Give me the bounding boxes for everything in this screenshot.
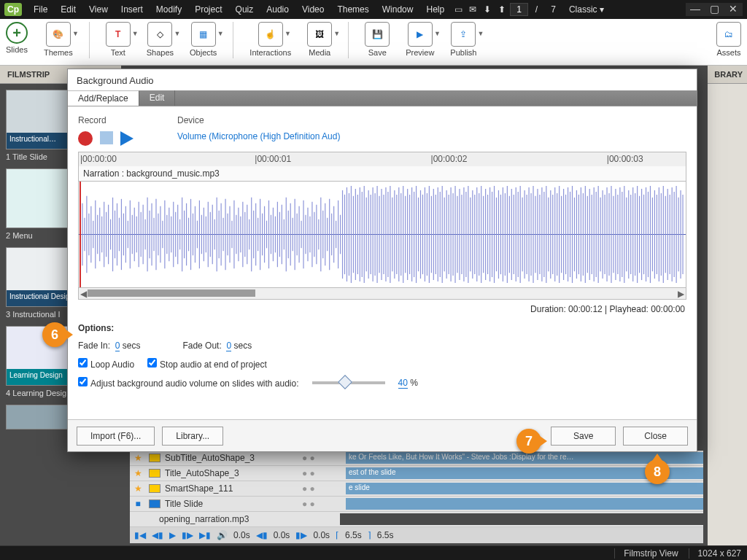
ribbon-save[interactable]: 💾Save	[365, 22, 390, 57]
objects-icon: ▦▼	[191, 22, 216, 47]
waveform-scrollbar[interactable]: ◀ ▶	[78, 288, 686, 300]
screen-icon[interactable]: ▭	[452, 4, 465, 15]
palette-icon: 🎨▼	[46, 22, 71, 47]
save-button[interactable]: Save	[551, 427, 616, 446]
scroll-right-icon[interactable]: ▶	[678, 289, 684, 299]
tl-speaker-icon[interactable]: 🔊	[217, 530, 228, 540]
timeline-row-audio[interactable]: opening_narration.mp3	[130, 512, 703, 527]
window-maximize[interactable]: ▢	[705, 3, 724, 16]
scroll-left-icon[interactable]: ◀	[80, 289, 87, 299]
mail-icon[interactable]: ✉	[466, 4, 479, 15]
stop-button[interactable]	[100, 131, 113, 144]
slider-knob[interactable]	[338, 375, 352, 389]
playhead-cursor[interactable]	[80, 182, 81, 287]
menu-themes[interactable]: Themes	[331, 2, 374, 17]
ribbon-slides[interactable]: +Slides	[6, 22, 28, 54]
ribbon-text[interactable]: T▼Text	[106, 22, 131, 57]
star-icon: ★	[130, 453, 146, 463]
waveform-display[interactable]	[78, 182, 686, 288]
timeline-row[interactable]: ★Title_AutoShape_3● ●est of the slide	[130, 466, 703, 481]
duration-readout: Duration: 00:00:12 | Playhead: 00:00:00	[78, 300, 686, 319]
menu-project[interactable]: Project	[189, 2, 228, 17]
tl-play-icon[interactable]: ▶	[169, 530, 176, 540]
import-button[interactable]: Import (F6)...	[77, 427, 155, 446]
loop-audio-checkbox[interactable]: Loop Audio	[78, 358, 134, 370]
tab-add-replace[interactable]: Add/Replace	[68, 90, 139, 106]
ribbon-assets[interactable]: 🗂Assets	[716, 22, 741, 57]
ribbon-themes[interactable]: 🎨▼Themes	[44, 22, 73, 57]
menu-help[interactable]: Help	[420, 2, 450, 17]
record-button[interactable]	[78, 131, 93, 146]
dialog-tabs: Add/Replace Edit	[68, 90, 697, 106]
tl-stepback-icon[interactable]: ◀▮	[152, 530, 163, 540]
upload-icon[interactable]: ⬆	[495, 4, 508, 15]
star-icon: ★	[130, 483, 146, 494]
tl-bracket-l-icon[interactable]: ⌈	[336, 530, 339, 540]
page-current[interactable]: 1	[510, 3, 528, 16]
waveform-ruler: |00:00:00 |00:00:01 |00:00:02 |00:00:03	[78, 152, 686, 166]
timeline-row[interactable]: ★SubTitle_AutoShape_3● ●ke Or Feels Like…	[130, 451, 703, 466]
record-heading: Record	[78, 115, 133, 125]
timeline-panel: ★SubTitle_AutoShape_3● ●ke Or Feels Like…	[130, 451, 703, 538]
annotation-7: 7	[516, 429, 541, 454]
tl-marker-a-icon[interactable]: ◀▮	[256, 530, 268, 540]
library-panel: BRARY	[708, 66, 747, 545]
star-icon: ★	[130, 468, 146, 478]
image-icon: 🖼▼	[307, 22, 332, 47]
page-sep: /	[530, 2, 543, 17]
download-icon[interactable]: ⬇	[481, 4, 494, 15]
options-section: Options: Fade In: 0 secs Fade Out: 0 sec…	[78, 323, 686, 389]
tl-marker-b-icon[interactable]: ▮▶	[295, 530, 307, 540]
shapes-icon: ◇▼	[147, 22, 172, 47]
ribbon-media[interactable]: 🖼▼Media	[307, 22, 332, 57]
tl-bracket-r-icon[interactable]: ⌉	[368, 530, 371, 540]
timeline-row[interactable]: ★SmartShape_111● ●e slide	[130, 481, 703, 497]
menu-modify[interactable]: Modify	[150, 2, 187, 17]
device-link[interactable]: Volume (Microphone (High Definition Aud)	[177, 131, 340, 141]
fade-in-value[interactable]: 0	[115, 341, 120, 351]
dialog-footer: Import (F6)... Library... Save Close	[68, 419, 697, 451]
ribbon-publish[interactable]: ⇪▼Publish	[450, 22, 476, 57]
menu-audio[interactable]: Audio	[260, 2, 295, 17]
menu-insert[interactable]: Insert	[115, 2, 149, 17]
narration-label: Narration : background_music.mp3	[78, 166, 686, 182]
volume-percent[interactable]: 40	[398, 378, 408, 389]
play-button[interactable]	[120, 131, 133, 146]
ribbon-shapes[interactable]: ◇▼Shapes	[147, 22, 174, 57]
timeline-row[interactable]: ■Title Slide● ●	[130, 497, 703, 512]
background-audio-dialog: Background Audio Add/Replace Edit Record…	[67, 69, 697, 452]
waveform-icon	[79, 182, 686, 287]
window-close[interactable]: ✕	[724, 3, 743, 16]
tl-end-icon[interactable]: ▶▮	[199, 530, 211, 540]
status-bar: Filmstrip View 1024 x 627	[0, 545, 747, 560]
menu-edit[interactable]: Edit	[55, 2, 82, 17]
workspace-switcher[interactable]: Classic ▾	[563, 2, 610, 17]
menu-video[interactable]: Video	[296, 2, 330, 17]
ribbon-objects[interactable]: ▦▼Objects	[190, 22, 217, 57]
menu-file[interactable]: File	[28, 2, 53, 17]
window-minimize[interactable]: —	[686, 3, 705, 16]
volume-slider[interactable]	[312, 381, 385, 384]
tl-stepfwd-icon[interactable]: ▮▶	[182, 530, 193, 540]
status-view: Filmstrip View	[614, 548, 678, 559]
menu-quiz[interactable]: Quiz	[230, 2, 260, 17]
tl-rewind-icon[interactable]: ▮◀	[134, 530, 146, 540]
dialog-title: Background Audio	[68, 69, 697, 90]
scrollbar-thumb[interactable]	[88, 289, 255, 297]
library-header: BRARY	[708, 66, 747, 84]
fade-out-value[interactable]: 0	[226, 341, 231, 351]
close-button[interactable]: Close	[623, 427, 688, 446]
ribbon-preview[interactable]: ▶▼Preview	[406, 22, 434, 57]
app-logo: Cp	[4, 3, 22, 16]
menu-view[interactable]: View	[83, 2, 114, 17]
library-button[interactable]: Library...	[162, 427, 223, 446]
stop-audio-checkbox[interactable]: Stop audio at end of project	[147, 358, 267, 370]
tab-edit[interactable]: Edit	[139, 90, 176, 106]
timeline-controls: ▮◀ ◀▮ ▶ ▮▶ ▶▮ 🔊 0.0s ◀▮ 0.0s ▮▶ 0.0s ⌈ 6…	[130, 527, 703, 543]
status-dimensions: 1024 x 627	[689, 548, 741, 559]
hand-icon: ☝▼	[258, 22, 283, 47]
plus-icon: +	[6, 22, 28, 44]
adjust-volume-checkbox[interactable]: Adjust background audio volume on slides…	[78, 377, 299, 389]
ribbon-interactions[interactable]: ☝▼Interactions	[249, 22, 291, 57]
menu-window[interactable]: Window	[376, 2, 419, 17]
